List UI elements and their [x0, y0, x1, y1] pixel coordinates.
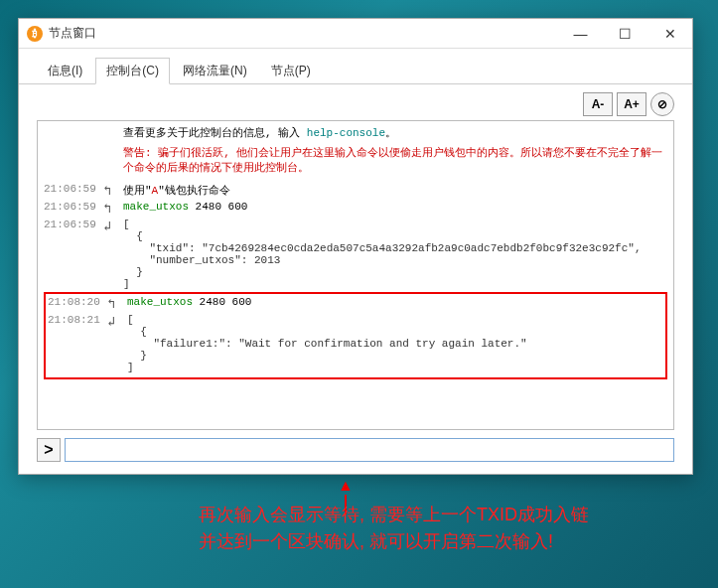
tab-nodes[interactable]: 节点(P): [260, 58, 322, 84]
log-response: [ { "txid": "7cb4269284ec0cda2eda507c5a4…: [123, 219, 667, 290]
tab-network[interactable]: 网络流量(N): [172, 58, 258, 84]
log-row: 21:06:59 ↰ make_utxos 2480 600: [44, 201, 667, 217]
log-message: make_utxos 2480 600: [127, 296, 663, 308]
direction-out-icon: ↲: [103, 219, 123, 234]
direction-in-icon: ↰: [103, 183, 123, 199]
timestamp: 21:06:59: [44, 219, 103, 230]
console-output[interactable]: 查看更多关于此控制台的信息, 输入 help-console。 警告: 骗子们很…: [37, 120, 674, 430]
direction-out-icon: ↲: [107, 314, 127, 330]
bitcoin-icon: ₿: [27, 26, 43, 42]
direction-in-icon: ↰: [103, 201, 123, 217]
help-link[interactable]: help-console: [307, 127, 385, 139]
caption-line: 并达到一个区块确认, 就可以开启第二次输入!: [199, 528, 589, 555]
minimize-button[interactable]: —: [558, 19, 603, 49]
console-intro: 查看更多关于此控制台的信息, 输入 help-console。: [123, 125, 667, 140]
log-row: 21:06:59 ↲ [ { "txid": "7cb4269284ec0cda…: [44, 219, 667, 290]
font-smaller-button[interactable]: A-: [583, 92, 613, 116]
timestamp: 21:06:59: [44, 183, 103, 195]
close-button[interactable]: ✕: [647, 19, 692, 49]
log-message: make_utxos 2480 600: [123, 201, 667, 213]
annotation-caption: 再次输入会显示等待, 需要等上一个TXID成功入链 并达到一个区块确认, 就可以…: [199, 502, 589, 555]
command-input[interactable]: [65, 438, 674, 462]
console-toolbar: A- A+ ⊘: [19, 84, 692, 120]
prompt-indicator: >: [37, 438, 61, 462]
highlighted-section: 21:08:20 ↰ make_utxos 2480 600 21:08:21 …: [44, 292, 667, 379]
console-warning: 警告: 骗子们很活跃, 他们会让用户在这里输入命令以便偷走用户钱包中的内容。所以…: [123, 146, 667, 177]
timestamp: 21:08:20: [48, 296, 107, 308]
log-response: [ { "failure1:": "Wait for confirmation …: [127, 314, 663, 373]
caption-line: 再次输入会显示等待, 需要等上一个TXID成功入链: [199, 502, 589, 528]
command-input-row: >: [37, 438, 674, 462]
log-row: 21:08:20 ↰ make_utxos 2480 600: [48, 296, 663, 312]
window-title: 节点窗口: [49, 25, 558, 42]
log-row: 21:08:21 ↲ [ { "failure1:": "Wait for co…: [48, 314, 663, 373]
maximize-button[interactable]: ☐: [603, 19, 647, 49]
timestamp: 21:06:59: [44, 201, 103, 213]
intro-suffix: 。: [385, 127, 396, 139]
node-window: ₿ 节点窗口 — ☐ ✕ 信息(I) 控制台(C) 网络流量(N) 节点(P) …: [18, 18, 693, 475]
timestamp: 21:08:21: [48, 314, 107, 326]
log-message: 使用"A"钱包执行命令: [123, 183, 667, 198]
window-buttons: — ☐ ✕: [558, 19, 692, 49]
tab-bar: 信息(I) 控制台(C) 网络流量(N) 节点(P): [19, 49, 692, 84]
tab-info[interactable]: 信息(I): [37, 58, 93, 84]
log-row: 21:06:59 ↰ 使用"A"钱包执行命令: [44, 183, 667, 199]
clear-console-button[interactable]: ⊘: [650, 92, 674, 116]
intro-prefix: 查看更多关于此控制台的信息, 输入: [123, 127, 307, 139]
font-larger-button[interactable]: A+: [617, 92, 646, 116]
direction-in-icon: ↰: [107, 296, 127, 312]
tab-console[interactable]: 控制台(C): [95, 58, 170, 84]
titlebar: ₿ 节点窗口 — ☐ ✕: [19, 19, 692, 49]
